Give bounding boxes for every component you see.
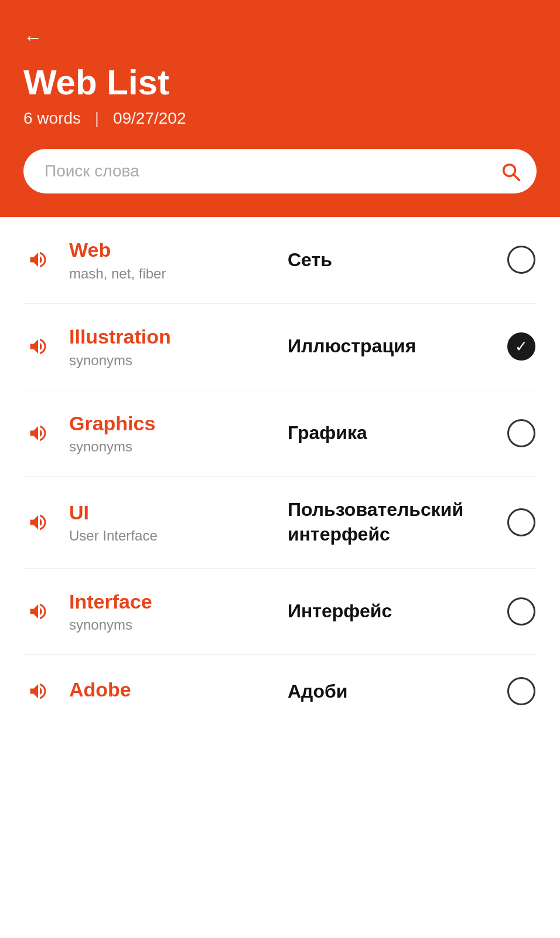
back-arrow-icon: ← <box>23 28 42 47</box>
checkbox-button-adobe[interactable] <box>506 676 537 706</box>
word-english-graphics: Graphics <box>69 412 276 436</box>
audio-button-graphics[interactable] <box>23 419 53 448</box>
word-list: Web mash, net, fiber Сеть Illustration s… <box>0 217 560 728</box>
word-count: 6 words <box>23 109 81 127</box>
checkbox-empty <box>507 246 535 274</box>
search-button[interactable] <box>500 161 520 181</box>
checkbox-checked: ✓ <box>507 332 535 361</box>
speaker-icon <box>26 423 50 444</box>
word-info-graphics: Graphics synonyms <box>69 412 276 456</box>
checkbox-empty <box>507 508 535 536</box>
search-container <box>23 149 537 193</box>
search-icon <box>500 161 520 181</box>
header: ← Web List 6 words | 09/27/202 <box>0 0 560 217</box>
word-item: Interface synonyms Интерфейс <box>23 569 537 655</box>
word-hint-ui: User Interface <box>69 528 276 544</box>
word-english-ui: UI <box>69 501 276 525</box>
page-title: Web List <box>23 63 537 102</box>
word-item: Graphics synonyms Графика <box>23 390 537 477</box>
audio-button-adobe[interactable] <box>23 677 53 706</box>
page-subtitle: 6 words | 09/27/202 <box>23 109 537 128</box>
word-hint-graphics: synonyms <box>69 439 276 455</box>
audio-button-web[interactable] <box>23 245 53 274</box>
word-translation-adobe: Адоби <box>276 679 506 704</box>
word-item: Adobe Адоби <box>23 655 537 728</box>
checkbox-button-ui[interactable] <box>506 507 537 538</box>
word-info-web: Web mash, net, fiber <box>69 238 276 282</box>
word-item: UI User Interface Пользовательский интер… <box>23 477 537 568</box>
speaker-icon <box>26 249 50 270</box>
word-translation-illustration: Иллюстрация <box>276 334 506 359</box>
word-translation-ui: Пользовательский интерфейс <box>276 498 506 546</box>
word-translation-graphics: Графика <box>276 421 506 446</box>
checkbox-empty <box>507 419 535 447</box>
word-hint-web: mash, net, fiber <box>69 266 276 282</box>
date: 09/27/202 <box>113 109 186 127</box>
word-hint-illustration: synonyms <box>69 352 276 369</box>
word-info-adobe: Adobe <box>69 678 276 705</box>
checkbox-empty <box>507 597 535 626</box>
checkbox-button-web[interactable] <box>506 244 537 275</box>
word-english-adobe: Adobe <box>69 678 276 702</box>
speaker-icon <box>26 601 50 622</box>
search-input[interactable] <box>23 149 537 193</box>
audio-button-ui[interactable] <box>23 508 53 537</box>
word-english-illustration: Illustration <box>69 325 276 349</box>
word-translation-web: Сеть <box>276 248 506 273</box>
audio-button-illustration[interactable] <box>23 332 53 361</box>
word-english-interface: Interface <box>69 590 276 614</box>
back-button[interactable]: ← <box>23 28 42 47</box>
word-translation-interface: Интерфейс <box>276 599 506 624</box>
divider: | <box>95 109 99 127</box>
speaker-icon <box>26 336 50 357</box>
speaker-icon <box>26 512 50 533</box>
word-info-ui: UI User Interface <box>69 501 276 545</box>
word-hint-interface: synonyms <box>69 617 276 633</box>
checkmark-icon: ✓ <box>515 339 528 354</box>
speaker-icon <box>26 681 50 702</box>
svg-line-1 <box>514 175 520 181</box>
word-item: Web mash, net, fiber Сеть <box>23 217 537 304</box>
checkbox-button-graphics[interactable] <box>506 418 537 448</box>
checkbox-empty <box>507 677 535 705</box>
svg-point-0 <box>504 165 515 176</box>
word-item: Illustration synonyms Иллюстрация ✓ <box>23 304 537 390</box>
checkbox-button-illustration[interactable]: ✓ <box>506 331 537 362</box>
word-english-web: Web <box>69 238 276 262</box>
word-info-illustration: Illustration synonyms <box>69 325 276 369</box>
word-info-interface: Interface synonyms <box>69 590 276 634</box>
audio-button-interface[interactable] <box>23 597 53 626</box>
checkbox-button-interface[interactable] <box>506 596 537 627</box>
